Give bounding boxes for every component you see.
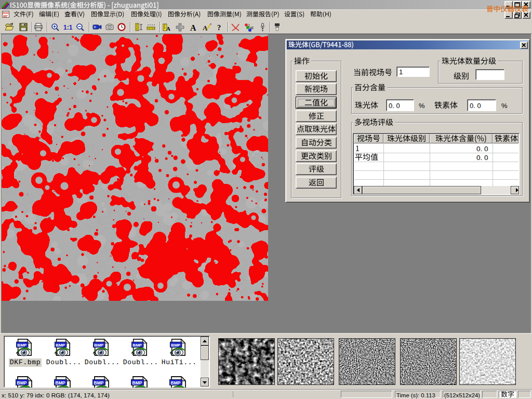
svg-text:3: 3 xyxy=(251,26,254,30)
svg-text:A: A xyxy=(190,23,196,32)
svg-text:DOC: DOC xyxy=(3,11,9,15)
svg-text:A: A xyxy=(166,25,170,32)
svg-text:A: A xyxy=(203,24,208,32)
svg-text:?: ? xyxy=(217,23,221,32)
svg-text:1:1: 1:1 xyxy=(63,24,73,31)
